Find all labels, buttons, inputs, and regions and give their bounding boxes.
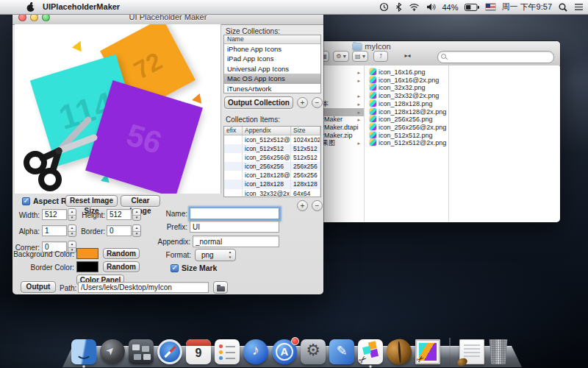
collection-items-header[interactable]: efix Appendix Size — [224, 127, 320, 135]
prefix-column-header: efix — [224, 127, 243, 135]
remove-collection-button[interactable]: − — [312, 97, 323, 108]
finder-file-row[interactable]: icon_512x512.png — [365, 132, 448, 140]
collection-item-row[interactable]: icon_128x128128x128 — [224, 180, 320, 188]
collection-item-row[interactable]: icon_256x256@2x512x512 — [224, 153, 320, 162]
background-random-button[interactable]: Random — [103, 248, 140, 259]
collection-item-row[interactable]: icon_128x128@2x256x256 — [224, 171, 320, 180]
dock-mission-control[interactable] — [129, 339, 154, 364]
dock-reminders[interactable] — [215, 339, 240, 364]
finder-file-row[interactable]: icon_128x128@2x.png — [365, 108, 448, 116]
dock-calendar[interactable]: 9 — [186, 339, 211, 364]
output-button[interactable]: Output — [21, 281, 56, 293]
action-gear-button[interactable]: ⚙ ▾ — [333, 51, 349, 62]
collection-item-row[interactable]: icon_256x256256x256 — [224, 162, 320, 171]
size-mark-checkbox[interactable] — [171, 264, 179, 272]
dock-itunes[interactable] — [243, 339, 268, 364]
dock-documents-stack[interactable] — [459, 339, 484, 364]
border-field[interactable] — [107, 225, 132, 236]
dock-launchpad[interactable] — [100, 339, 125, 364]
border-stepper[interactable] — [132, 224, 141, 237]
finder-file-row[interactable]: icon_32x32.png — [365, 84, 448, 92]
dock-finder[interactable] — [71, 339, 96, 364]
finder-file-row[interactable]: icon_128x128.png — [365, 100, 448, 108]
collection-row-mac-os-app-icons[interactable]: Mac OS App Icons — [224, 74, 320, 83]
dock-safari[interactable] — [157, 339, 182, 364]
finder-file-row[interactable]: icon_32x32@2x.png — [365, 92, 448, 100]
format-dropdown[interactable]: png ▲▼ — [195, 249, 236, 261]
collection-row-universal-app-icons[interactable]: Universal App Icons — [224, 64, 320, 74]
disclosure-arrow-icon: ▸ — [357, 100, 360, 108]
path-field[interactable] — [78, 282, 209, 293]
running-indicator — [82, 365, 85, 368]
search-icon — [441, 54, 446, 59]
height-field[interactable] — [107, 209, 132, 220]
arrange-button[interactable]: ▤ ▾ — [352, 51, 368, 62]
finder-file-row[interactable]: icon_256x256.png — [365, 116, 448, 124]
image-file-icon — [370, 132, 376, 138]
image-file-icon — [370, 92, 376, 99]
background-color-swatch[interactable] — [76, 248, 98, 259]
trash-icon — [488, 339, 509, 364]
height-stepper[interactable] — [132, 208, 141, 221]
reset-image-size-button[interactable]: Reset Image Size — [65, 195, 118, 207]
dock-trash[interactable] — [488, 339, 509, 364]
dock-ui-placeholder-maker[interactable] — [358, 339, 383, 364]
border-label: Border: — [79, 227, 105, 236]
active-app-menu[interactable]: UIPlaceholderMaker — [43, 0, 120, 14]
appendix-column-header: Appendix — [243, 127, 291, 135]
scissors-icon — [15, 111, 101, 194]
output-collection-button[interactable]: Output Collection — [224, 96, 293, 109]
border-color-swatch[interactable] — [76, 261, 98, 272]
menu-clock[interactable]: 周一 下午9:57 — [502, 1, 552, 13]
bluetooth-icon[interactable] — [395, 2, 402, 12]
prefix-label: Prefix: — [163, 223, 187, 231]
finder-file-row[interactable]: icon_512x512@2x.png — [365, 139, 448, 147]
dock-bean-app[interactable] — [387, 339, 412, 364]
finder-file-row[interactable]: icon_256x256@2x.png — [365, 124, 448, 132]
alpha-stepper[interactable] — [68, 224, 76, 237]
apple-menu-icon[interactable] — [26, 2, 35, 13]
inward-arrows-icon[interactable]: ▸◂ — [402, 51, 413, 62]
column-divider-2 — [448, 66, 449, 222]
alpha-field[interactable] — [42, 225, 67, 236]
image-file-icon — [370, 84, 376, 91]
alpha-label: Alpha: — [18, 227, 40, 236]
battery-indicator[interactable]: 44% — [442, 3, 479, 12]
finder-file-row[interactable]: icon_16x16.png — [365, 68, 448, 77]
folder-icon — [353, 43, 362, 50]
square-number: 72 — [129, 46, 167, 85]
share-button[interactable]: ⤴ — [373, 51, 388, 62]
wifi-icon[interactable] — [409, 3, 420, 11]
format-label: Format: — [163, 251, 191, 259]
choose-folder-button[interactable] — [213, 281, 228, 294]
collection-item-row[interactable]: icon_512x512512x512 — [224, 144, 320, 153]
aspect-ratio-checkbox[interactable] — [22, 197, 30, 205]
name-field[interactable] — [190, 208, 279, 219]
appendix-field[interactable] — [193, 236, 279, 247]
input-language-flag-icon[interactable] — [486, 4, 495, 10]
collection-item-row[interactable]: icon_512x512@2x1024x1024 — [224, 135, 320, 144]
finder-search-field[interactable] — [437, 51, 554, 63]
column-divider — [364, 66, 365, 222]
dock-pen-app[interactable] — [329, 339, 354, 364]
prefix-field[interactable] — [190, 221, 279, 233]
add-collection-button[interactable]: + — [297, 97, 308, 108]
time-machine-icon[interactable] — [379, 2, 389, 12]
width-stepper[interactable] — [68, 208, 76, 221]
dock-app-store[interactable] — [272, 339, 297, 364]
yellow-triangle — [72, 39, 85, 52]
volume-icon[interactable] — [426, 3, 436, 11]
collection-row-itunesartwork[interactable]: iTunesArtwork — [224, 84, 320, 93]
desktop: myIcon ▦ ⚙ ▾ ▤ ▾ ⤴ ▸◂ ▸▸▸本▸▸rMaker▸rMake… — [0, 0, 588, 368]
dock-framed-picture[interactable] — [415, 339, 440, 364]
notification-center-icon[interactable] — [574, 3, 584, 11]
width-field[interactable] — [42, 209, 67, 220]
collection-row-ipad-app-icons[interactable]: iPad App Icons — [224, 54, 320, 63]
name-column-header[interactable]: Name — [224, 35, 320, 44]
spotlight-icon[interactable] — [559, 3, 567, 12]
system-preferences-icon — [301, 339, 326, 364]
dock-system-preferences[interactable] — [301, 339, 326, 364]
clear-image-button[interactable]: Clear Image — [121, 195, 160, 207]
collection-row-iphone-app-icons[interactable]: iPhone App Icons — [224, 44, 320, 54]
border-random-button[interactable]: Random — [103, 261, 140, 272]
